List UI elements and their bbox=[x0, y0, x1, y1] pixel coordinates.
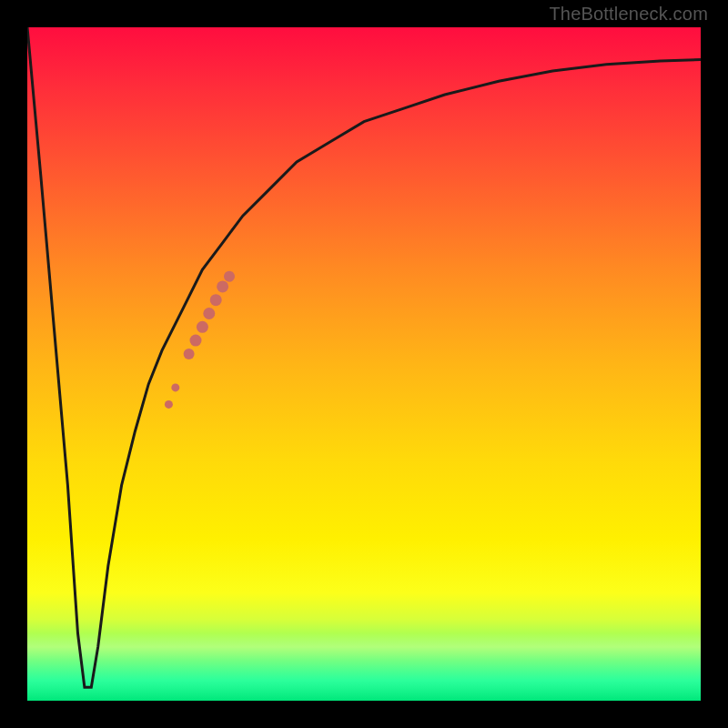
marker-group bbox=[165, 271, 235, 409]
data-marker bbox=[203, 308, 215, 319]
data-marker bbox=[217, 280, 228, 292]
data-marker bbox=[165, 400, 173, 409]
watermark-text: TheBottleneck.com bbox=[549, 4, 708, 25]
data-marker bbox=[171, 383, 179, 391]
bottleneck-curve bbox=[27, 27, 701, 687]
chart-frame: TheBottleneck.com bbox=[0, 0, 728, 728]
data-marker bbox=[197, 321, 208, 333]
data-marker bbox=[210, 294, 222, 306]
data-marker bbox=[184, 349, 195, 359]
data-marker bbox=[190, 335, 202, 347]
data-marker bbox=[224, 271, 235, 282]
plot-area bbox=[27, 27, 701, 701]
curve-layer bbox=[27, 27, 701, 701]
